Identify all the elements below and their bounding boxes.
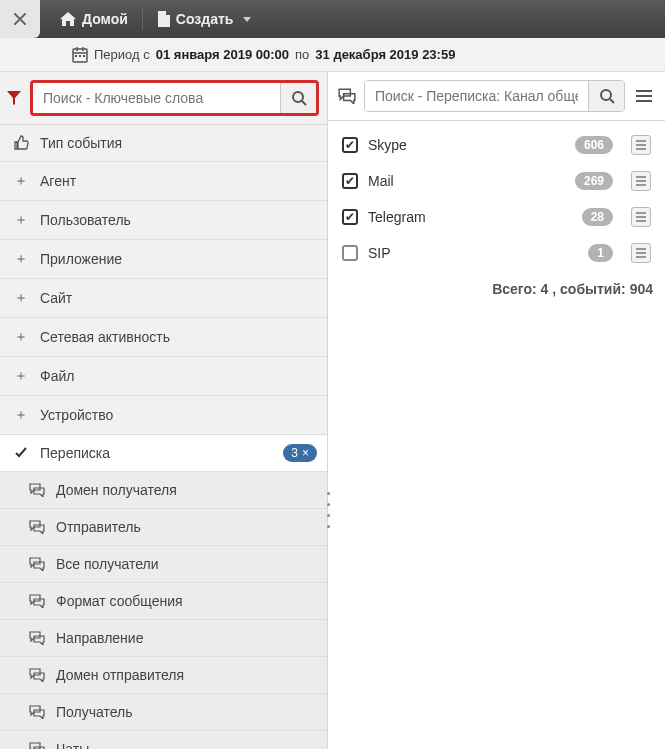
result-item-skype[interactable]: ✔ Skype 606 bbox=[338, 127, 655, 163]
check-icon: ✔ bbox=[345, 175, 355, 187]
svg-line-8 bbox=[302, 101, 306, 105]
svg-rect-5 bbox=[79, 55, 81, 57]
checkbox[interactable]: ✔ bbox=[342, 209, 358, 225]
result-count: 606 bbox=[575, 136, 613, 154]
details-button[interactable] bbox=[631, 243, 651, 263]
svg-rect-4 bbox=[75, 55, 77, 57]
plus-icon: ＋ bbox=[12, 367, 30, 385]
filter-sender[interactable]: Отправитель bbox=[0, 509, 327, 546]
totals-events: 904 bbox=[630, 281, 653, 297]
result-item-sip[interactable]: SIP 1 bbox=[338, 235, 655, 271]
filter-label: Получатель bbox=[56, 704, 133, 720]
keyword-search-input[interactable] bbox=[33, 83, 280, 113]
right-search-row bbox=[328, 72, 665, 121]
result-label: Mail bbox=[368, 173, 394, 189]
channel-search-group bbox=[364, 80, 625, 112]
result-item-telegram[interactable]: ✔ Telegram 28 bbox=[338, 199, 655, 235]
filter-label: Агент bbox=[40, 173, 76, 189]
filter-site[interactable]: ＋ Сайт bbox=[0, 279, 327, 318]
create-button[interactable]: Создать bbox=[143, 0, 266, 38]
channel-search-input[interactable] bbox=[365, 81, 588, 111]
badge-count: 3 bbox=[291, 446, 298, 460]
plus-icon: ＋ bbox=[12, 328, 30, 346]
details-button[interactable] bbox=[631, 135, 651, 155]
filter-network[interactable]: ＋ Сетевая активность bbox=[0, 318, 327, 357]
filter-label: Пользователь bbox=[40, 212, 131, 228]
filter-file[interactable]: ＋ Файл bbox=[0, 357, 327, 396]
totals-sep: , событий: bbox=[548, 281, 629, 297]
filter-application[interactable]: ＋ Приложение bbox=[0, 240, 327, 279]
period-from: 01 января 2019 00:00 bbox=[156, 47, 289, 62]
home-label: Домой bbox=[82, 11, 128, 27]
filter-agent[interactable]: ＋ Агент bbox=[0, 162, 327, 201]
filter-msg-format[interactable]: Формат сообщения bbox=[0, 583, 327, 620]
svg-rect-6 bbox=[83, 55, 85, 57]
plus-icon: ＋ bbox=[12, 289, 30, 307]
menu-button[interactable] bbox=[631, 89, 657, 103]
search-icon bbox=[599, 88, 615, 104]
home-icon bbox=[60, 12, 76, 26]
result-label: Telegram bbox=[368, 209, 426, 225]
channel-search-button[interactable] bbox=[588, 81, 624, 111]
filter-label: Чаты bbox=[56, 741, 89, 749]
details-button[interactable] bbox=[631, 207, 651, 227]
filter-recipient-domain[interactable]: Домен получателя bbox=[0, 472, 327, 509]
badge-clear-icon: × bbox=[302, 446, 309, 460]
details-button[interactable] bbox=[631, 171, 651, 191]
filter-sender-domain[interactable]: Домен отправителя bbox=[0, 657, 327, 694]
period-to: 31 декабря 2019 23:59 bbox=[315, 47, 455, 62]
filter-label: Тип события bbox=[40, 135, 122, 151]
result-count: 269 bbox=[575, 172, 613, 190]
filter-user[interactable]: ＋ Пользователь bbox=[0, 201, 327, 240]
messaging-badge[interactable]: 3 × bbox=[283, 444, 317, 462]
chat-icon bbox=[28, 520, 46, 534]
plus-icon: ＋ bbox=[12, 406, 30, 424]
right-panel: ✔ Skype 606 ✔ Mail 269 ✔ Telegram 28 bbox=[328, 72, 665, 749]
filter-icon[interactable] bbox=[4, 90, 24, 106]
result-label: SIP bbox=[368, 245, 391, 261]
document-icon bbox=[157, 11, 170, 27]
keyword-search-button[interactable] bbox=[280, 83, 316, 113]
search-icon bbox=[291, 90, 307, 106]
filter-all-recipients[interactable]: Все получатели bbox=[0, 546, 327, 583]
checkbox[interactable]: ✔ bbox=[342, 173, 358, 189]
main-area: Тип события ＋ Агент ＋ Пользователь ＋ При… bbox=[0, 72, 665, 749]
left-panel: Тип события ＋ Агент ＋ Пользователь ＋ При… bbox=[0, 72, 328, 749]
check-icon: ✔ bbox=[345, 211, 355, 223]
result-label: Skype bbox=[368, 137, 407, 153]
chat-icon bbox=[336, 88, 358, 104]
filter-label: Направление bbox=[56, 630, 143, 646]
filter-label: Устройство bbox=[40, 407, 113, 423]
period-bar: Период с 01 января 2019 00:00 по 31 дека… bbox=[0, 38, 665, 72]
filter-label: Сетевая активность bbox=[40, 329, 170, 345]
chat-icon bbox=[28, 557, 46, 571]
result-count: 28 bbox=[582, 208, 613, 226]
plus-icon: ＋ bbox=[12, 211, 30, 229]
filter-label: Домен получателя bbox=[56, 482, 177, 498]
filter-label: Отправитель bbox=[56, 519, 141, 535]
filter-label: Все получатели bbox=[56, 556, 159, 572]
keyword-search-group bbox=[30, 80, 319, 116]
filter-event-type[interactable]: Тип события bbox=[0, 125, 327, 162]
filter-recipient[interactable]: Получатель bbox=[0, 694, 327, 731]
home-button[interactable]: Домой bbox=[46, 0, 142, 38]
check-icon bbox=[12, 446, 30, 460]
result-item-mail[interactable]: ✔ Mail 269 bbox=[338, 163, 655, 199]
period-to-label: по bbox=[295, 47, 309, 62]
filter-direction[interactable]: Направление bbox=[0, 620, 327, 657]
filter-label: Домен отправителя bbox=[56, 667, 184, 683]
checkbox[interactable] bbox=[342, 245, 358, 261]
svg-point-9 bbox=[601, 90, 611, 100]
filter-messaging[interactable]: Переписка 3 × bbox=[0, 435, 327, 472]
close-icon bbox=[14, 13, 26, 25]
resize-handle[interactable] bbox=[325, 492, 331, 528]
svg-point-7 bbox=[293, 92, 303, 102]
calendar-icon[interactable] bbox=[72, 47, 88, 63]
checkbox[interactable]: ✔ bbox=[342, 137, 358, 153]
result-list: ✔ Skype 606 ✔ Mail 269 ✔ Telegram 28 bbox=[328, 121, 665, 271]
chat-icon bbox=[28, 742, 46, 749]
filter-chats[interactable]: Чаты bbox=[0, 731, 327, 749]
filter-device[interactable]: ＋ Устройство bbox=[0, 396, 327, 435]
plus-icon: ＋ bbox=[12, 172, 30, 190]
close-tab-button[interactable] bbox=[0, 0, 40, 38]
